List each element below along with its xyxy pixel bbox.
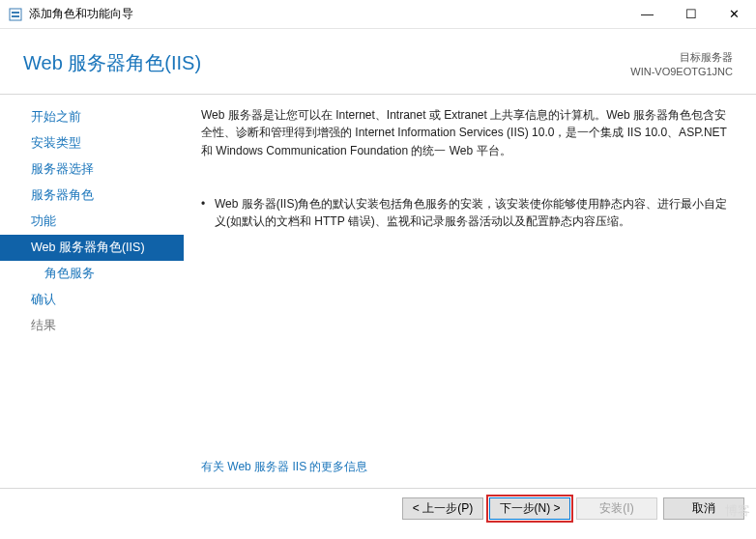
target-info: 目标服务器 WIN-VO9EOTG1JNC: [630, 50, 733, 80]
target-name: WIN-VO9EOTG1JNC: [630, 65, 733, 79]
sidebar-item-web-server-role[interactable]: Web 服务器角色(IIS): [0, 235, 184, 261]
install-button: 安装(I): [576, 497, 657, 520]
body: 开始之前 安装类型 服务器选择 服务器角色 功能 Web 服务器角色(IIS) …: [0, 95, 756, 488]
sidebar-item-before-begin[interactable]: 开始之前: [0, 104, 184, 130]
svg-rect-1: [12, 12, 19, 14]
sidebar-item-features[interactable]: 功能: [0, 209, 184, 235]
previous-button[interactable]: < 上一步(P): [402, 497, 483, 520]
sidebar-item-server-selection[interactable]: 服务器选择: [0, 156, 184, 183]
next-button[interactable]: 下一步(N) >: [489, 497, 570, 520]
svg-rect-2: [12, 15, 19, 17]
bullet-icon: •: [201, 195, 215, 231]
notes-block: • Web 服务器(IIS)角色的默认安装包括角色服务的安装，该安装使你能够使用…: [201, 195, 733, 231]
minimize-button[interactable]: —: [625, 0, 669, 29]
window-title: 添加角色和功能向导: [29, 6, 625, 22]
sidebar-item-install-type[interactable]: 安装类型: [0, 130, 184, 156]
svg-rect-0: [10, 9, 21, 20]
content-pane: Web 服务器是让您可以在 Internet、Intranet 或 Extran…: [184, 95, 756, 488]
page-title: Web 服务器角色(IIS): [23, 50, 201, 76]
cancel-button[interactable]: 取消: [663, 497, 744, 520]
sidebar: 开始之前 安装类型 服务器选择 服务器角色 功能 Web 服务器角色(IIS) …: [0, 95, 184, 488]
target-label: 目标服务器: [630, 50, 733, 65]
sidebar-item-server-roles[interactable]: 服务器角色: [0, 183, 184, 209]
maximize-button[interactable]: ☐: [669, 0, 712, 29]
titlebar: 添加角色和功能向导 — ☐ ✕: [0, 0, 756, 29]
intro-text: Web 服务器是让您可以在 Internet、Intranet 或 Extran…: [201, 106, 733, 160]
bullet-text: Web 服务器(IIS)角色的默认安装包括角色服务的安装，该安装使你能够使用静态…: [215, 195, 733, 231]
close-button[interactable]: ✕: [712, 0, 756, 29]
sidebar-item-confirmation[interactable]: 确认: [0, 287, 184, 313]
header: Web 服务器角色(IIS) 目标服务器 WIN-VO9EOTG1JNC: [0, 29, 756, 94]
footer: < 上一步(P) 下一步(N) > 安装(I) 取消: [0, 488, 756, 528]
sidebar-item-results: 结果: [0, 313, 184, 339]
app-icon: [8, 7, 23, 22]
window-controls: — ☐ ✕: [625, 0, 756, 29]
more-info-link[interactable]: 有关 Web 服务器 IIS 的更多信息: [201, 458, 733, 476]
sidebar-item-role-services[interactable]: 角色服务: [0, 261, 184, 287]
